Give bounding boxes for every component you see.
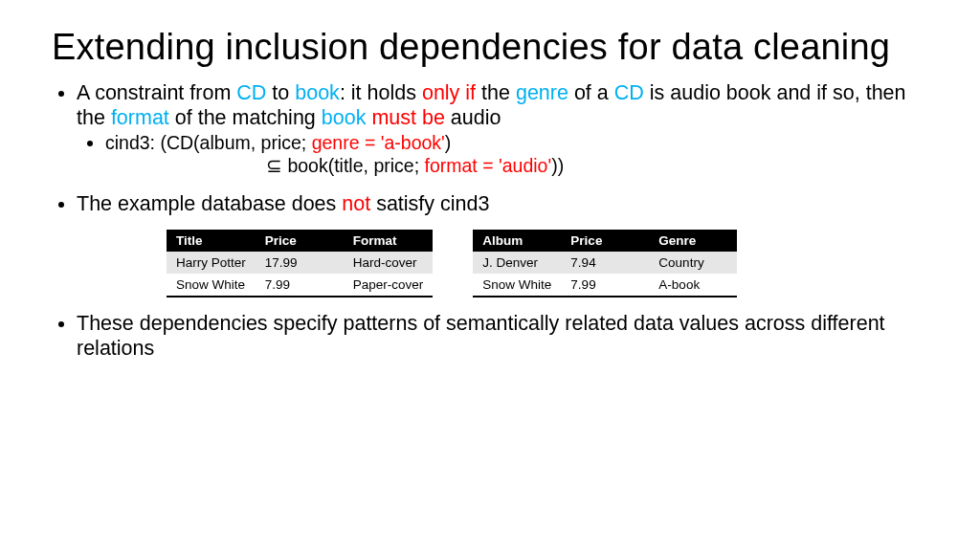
- cind3-line1: cind3: (CD(album, price; genre = 'a-book…: [105, 132, 928, 178]
- cell: 7.99: [561, 274, 649, 297]
- table-row: J. Denver 7.94 Country: [473, 252, 737, 274]
- table-header-row: Album Price Genre: [473, 230, 737, 252]
- table-row: Snow White 7.99 A-book: [473, 274, 737, 297]
- txt: ): [445, 132, 452, 153]
- kw-cd2: CD: [614, 81, 644, 104]
- txt: of a: [568, 81, 614, 104]
- kw-not: not: [342, 192, 370, 215]
- table-row: Snow White 7.99 Paper-cover: [167, 274, 433, 297]
- txt: : it holds: [340, 81, 422, 104]
- col-price: Price: [256, 230, 344, 252]
- table-book: Title Price Format Harry Potter 17.99 Ha…: [167, 230, 433, 298]
- kw-book: book: [295, 81, 340, 104]
- txt: audio: [445, 106, 501, 129]
- cell: Paper-cover: [344, 274, 434, 297]
- cind3-format: format = 'audio': [424, 155, 551, 176]
- cell: 7.99: [256, 274, 344, 297]
- txt: A constraint from: [77, 81, 236, 104]
- bullet-constraint: A constraint from CD to book: it holds o…: [77, 80, 928, 178]
- bullet-list-2: These dependencies specify patterns of s…: [52, 311, 928, 361]
- col-format: Format: [344, 230, 434, 252]
- cell: J. Denver: [473, 252, 561, 274]
- bullet-list: A constraint from CD to book: it holds o…: [52, 80, 928, 216]
- col-price: Price: [561, 230, 649, 252]
- kw-book2: book: [322, 106, 367, 129]
- kw-genre: genre: [516, 81, 568, 104]
- cind3-genre: genre = 'a-book': [312, 132, 445, 153]
- txt: the: [476, 81, 516, 104]
- kw-mustbe: must be: [371, 106, 444, 129]
- cell: 7.94: [561, 252, 649, 274]
- txt: )): [551, 155, 564, 176]
- cell: Country: [649, 252, 737, 274]
- col-album: Album: [473, 230, 561, 252]
- table-row: Harry Potter 17.99 Hard-cover: [167, 252, 433, 274]
- kw-onlyif: only if: [422, 81, 476, 104]
- slide-title: Extending inclusion dependencies for dat…: [52, 27, 928, 69]
- col-title: Title: [167, 230, 256, 252]
- cell: 17.99: [256, 252, 344, 274]
- cell: Snow White: [167, 274, 256, 297]
- slide: Extending inclusion dependencies for dat…: [0, 0, 980, 551]
- table-header-row: Title Price Format: [167, 230, 433, 252]
- cell: A-book: [649, 274, 737, 297]
- txt: The example database does: [77, 192, 342, 215]
- cell: Snow White: [473, 274, 561, 297]
- sub-list: cind3: (CD(album, price; genre = 'a-book…: [77, 132, 928, 178]
- txt: of the matching: [169, 106, 322, 129]
- col-genre: Genre: [649, 230, 737, 252]
- cind3-line2: ⊆ book(title, price; format = 'audio')): [266, 155, 928, 178]
- txt: to: [266, 81, 295, 104]
- txt: ⊆ book(title, price;: [266, 155, 424, 176]
- kw-cd: CD: [236, 81, 266, 104]
- txt: satisfy cind3: [370, 192, 489, 215]
- tables-row: Title Price Format Harry Potter 17.99 Ha…: [167, 230, 928, 298]
- bullet-not-satisfy: The example database does not satisfy ci…: [77, 191, 928, 216]
- table-cd: Album Price Genre J. Denver 7.94 Country…: [473, 230, 737, 298]
- bullet-patterns: These dependencies specify patterns of s…: [77, 311, 928, 361]
- cell: Hard-cover: [344, 252, 434, 274]
- cell: Harry Potter: [167, 252, 256, 274]
- kw-format: format: [111, 106, 169, 129]
- txt: cind3: (CD(album, price;: [105, 132, 312, 153]
